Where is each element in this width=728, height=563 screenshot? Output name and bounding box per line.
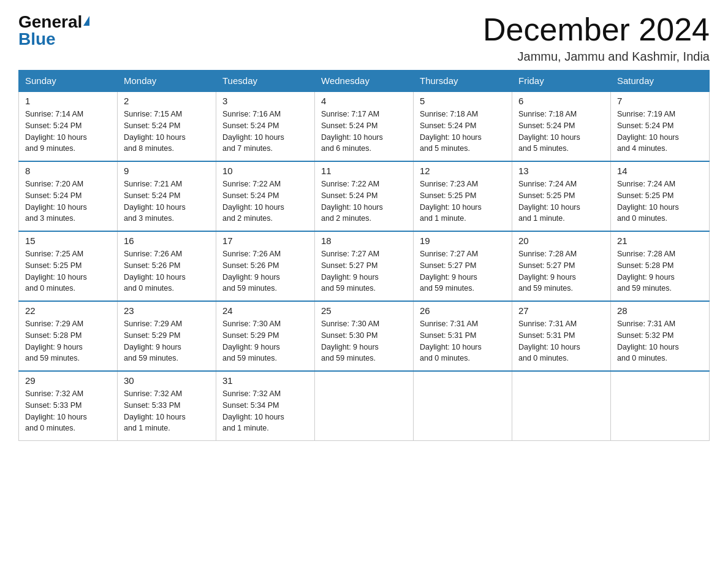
day-number: 2 <box>124 96 210 106</box>
day-info: Sunrise: 7:30 AM Sunset: 5:30 PM Dayligh… <box>321 318 407 364</box>
calendar-cell: 16Sunrise: 7:26 AM Sunset: 5:26 PM Dayli… <box>118 231 216 301</box>
calendar-header-tuesday: Tuesday <box>216 71 315 92</box>
calendar-cell: 21Sunrise: 7:28 AM Sunset: 5:28 PM Dayli… <box>611 231 710 301</box>
calendar-cell: 30Sunrise: 7:32 AM Sunset: 5:33 PM Dayli… <box>118 371 216 441</box>
day-info: Sunrise: 7:27 AM Sunset: 5:27 PM Dayligh… <box>321 248 407 294</box>
title-section: December 2024 Jammu, Jammu and Kashmir, … <box>483 12 710 64</box>
day-number: 27 <box>518 305 604 316</box>
calendar-cell: 26Sunrise: 7:31 AM Sunset: 5:31 PM Dayli… <box>414 301 512 371</box>
day-number: 1 <box>25 96 111 106</box>
day-info: Sunrise: 7:23 AM Sunset: 5:25 PM Dayligh… <box>420 178 506 224</box>
day-number: 14 <box>617 166 703 176</box>
calendar-cell: 17Sunrise: 7:26 AM Sunset: 5:26 PM Dayli… <box>216 231 315 301</box>
day-info: Sunrise: 7:24 AM Sunset: 5:25 PM Dayligh… <box>617 178 703 224</box>
logo-blue: Blue <box>18 29 89 49</box>
day-info: Sunrise: 7:20 AM Sunset: 5:24 PM Dayligh… <box>25 178 111 224</box>
calendar-cell: 31Sunrise: 7:32 AM Sunset: 5:34 PM Dayli… <box>216 371 315 441</box>
day-info: Sunrise: 7:28 AM Sunset: 5:28 PM Dayligh… <box>617 248 703 294</box>
day-number: 3 <box>222 96 308 106</box>
day-number: 22 <box>25 305 111 316</box>
day-number: 25 <box>321 305 407 316</box>
day-number: 13 <box>518 166 604 176</box>
calendar-cell: 27Sunrise: 7:31 AM Sunset: 5:31 PM Dayli… <box>512 301 611 371</box>
day-number: 9 <box>124 166 210 176</box>
day-info: Sunrise: 7:17 AM Sunset: 5:24 PM Dayligh… <box>321 109 407 155</box>
day-info: Sunrise: 7:18 AM Sunset: 5:24 PM Dayligh… <box>518 109 604 155</box>
day-number: 20 <box>518 236 604 246</box>
day-number: 21 <box>617 236 703 246</box>
day-info: Sunrise: 7:32 AM Sunset: 5:34 PM Dayligh… <box>222 388 308 434</box>
calendar-week-3: 15Sunrise: 7:25 AM Sunset: 5:25 PM Dayli… <box>19 231 710 301</box>
calendar-cell <box>611 371 710 441</box>
day-info: Sunrise: 7:24 AM Sunset: 5:25 PM Dayligh… <box>518 178 604 224</box>
calendar-cell: 6Sunrise: 7:18 AM Sunset: 5:24 PM Daylig… <box>512 91 611 161</box>
calendar-header-friday: Friday <box>512 71 611 92</box>
day-info: Sunrise: 7:29 AM Sunset: 5:28 PM Dayligh… <box>25 318 111 364</box>
day-number: 7 <box>617 96 703 106</box>
day-number: 8 <box>25 166 111 176</box>
calendar-cell: 11Sunrise: 7:22 AM Sunset: 5:24 PM Dayli… <box>315 161 414 231</box>
day-info: Sunrise: 7:30 AM Sunset: 5:29 PM Dayligh… <box>222 318 308 364</box>
calendar-cell: 2Sunrise: 7:15 AM Sunset: 5:24 PM Daylig… <box>118 91 216 161</box>
day-info: Sunrise: 7:32 AM Sunset: 5:33 PM Dayligh… <box>124 388 210 434</box>
day-info: Sunrise: 7:29 AM Sunset: 5:29 PM Dayligh… <box>124 318 210 364</box>
day-info: Sunrise: 7:14 AM Sunset: 5:24 PM Dayligh… <box>25 109 111 155</box>
day-info: Sunrise: 7:15 AM Sunset: 5:24 PM Dayligh… <box>124 109 210 155</box>
calendar-cell: 1Sunrise: 7:14 AM Sunset: 5:24 PM Daylig… <box>19 91 118 161</box>
day-number: 26 <box>420 305 506 316</box>
page-title: December 2024 <box>483 12 710 47</box>
calendar-cell: 25Sunrise: 7:30 AM Sunset: 5:30 PM Dayli… <box>315 301 414 371</box>
day-info: Sunrise: 7:19 AM Sunset: 5:24 PM Dayligh… <box>617 109 703 155</box>
day-number: 29 <box>25 375 111 386</box>
day-number: 28 <box>617 305 703 316</box>
calendar-header-thursday: Thursday <box>414 71 512 92</box>
day-number: 10 <box>222 166 308 176</box>
day-info: Sunrise: 7:26 AM Sunset: 5:26 PM Dayligh… <box>124 248 210 294</box>
day-info: Sunrise: 7:31 AM Sunset: 5:31 PM Dayligh… <box>518 318 604 364</box>
calendar-cell <box>414 371 512 441</box>
page-header: General Blue December 2024 Jammu, Jammu … <box>18 12 710 64</box>
day-number: 24 <box>222 305 308 316</box>
day-number: 30 <box>124 375 210 386</box>
day-number: 15 <box>25 236 111 246</box>
logo: General Blue <box>18 12 89 49</box>
day-number: 11 <box>321 166 407 176</box>
day-info: Sunrise: 7:18 AM Sunset: 5:24 PM Dayligh… <box>420 109 506 155</box>
day-info: Sunrise: 7:31 AM Sunset: 5:31 PM Dayligh… <box>420 318 506 364</box>
day-info: Sunrise: 7:26 AM Sunset: 5:26 PM Dayligh… <box>222 248 308 294</box>
calendar-cell: 22Sunrise: 7:29 AM Sunset: 5:28 PM Dayli… <box>19 301 118 371</box>
day-info: Sunrise: 7:31 AM Sunset: 5:32 PM Dayligh… <box>617 318 703 364</box>
day-info: Sunrise: 7:16 AM Sunset: 5:24 PM Dayligh… <box>222 109 308 155</box>
day-info: Sunrise: 7:28 AM Sunset: 5:27 PM Dayligh… <box>518 248 604 294</box>
calendar-cell: 4Sunrise: 7:17 AM Sunset: 5:24 PM Daylig… <box>315 91 414 161</box>
calendar-cell <box>315 371 414 441</box>
calendar-week-2: 8Sunrise: 7:20 AM Sunset: 5:24 PM Daylig… <box>19 161 710 231</box>
calendar-cell: 10Sunrise: 7:22 AM Sunset: 5:24 PM Dayli… <box>216 161 315 231</box>
calendar-cell: 24Sunrise: 7:30 AM Sunset: 5:29 PM Dayli… <box>216 301 315 371</box>
calendar-cell: 20Sunrise: 7:28 AM Sunset: 5:27 PM Dayli… <box>512 231 611 301</box>
calendar-cell: 8Sunrise: 7:20 AM Sunset: 5:24 PM Daylig… <box>19 161 118 231</box>
calendar-header-monday: Monday <box>118 71 216 92</box>
calendar-cell: 19Sunrise: 7:27 AM Sunset: 5:27 PM Dayli… <box>414 231 512 301</box>
day-info: Sunrise: 7:22 AM Sunset: 5:24 PM Dayligh… <box>222 178 308 224</box>
calendar-header-sunday: Sunday <box>19 71 118 92</box>
logo-triangle-icon <box>83 16 89 26</box>
day-number: 16 <box>124 236 210 246</box>
day-number: 31 <box>222 375 308 386</box>
calendar-cell: 18Sunrise: 7:27 AM Sunset: 5:27 PM Dayli… <box>315 231 414 301</box>
day-number: 19 <box>420 236 506 246</box>
day-number: 23 <box>124 305 210 316</box>
calendar-cell: 29Sunrise: 7:32 AM Sunset: 5:33 PM Dayli… <box>19 371 118 441</box>
calendar-header-wednesday: Wednesday <box>315 71 414 92</box>
day-info: Sunrise: 7:21 AM Sunset: 5:24 PM Dayligh… <box>124 178 210 224</box>
day-info: Sunrise: 7:32 AM Sunset: 5:33 PM Dayligh… <box>25 388 111 434</box>
day-number: 18 <box>321 236 407 246</box>
day-number: 5 <box>420 96 506 106</box>
calendar-cell: 7Sunrise: 7:19 AM Sunset: 5:24 PM Daylig… <box>611 91 710 161</box>
calendar-table: SundayMondayTuesdayWednesdayThursdayFrid… <box>18 70 710 441</box>
calendar-week-4: 22Sunrise: 7:29 AM Sunset: 5:28 PM Dayli… <box>19 301 710 371</box>
calendar-cell: 12Sunrise: 7:23 AM Sunset: 5:25 PM Dayli… <box>414 161 512 231</box>
day-info: Sunrise: 7:25 AM Sunset: 5:25 PM Dayligh… <box>25 248 111 294</box>
day-number: 12 <box>420 166 506 176</box>
day-info: Sunrise: 7:27 AM Sunset: 5:27 PM Dayligh… <box>420 248 506 294</box>
